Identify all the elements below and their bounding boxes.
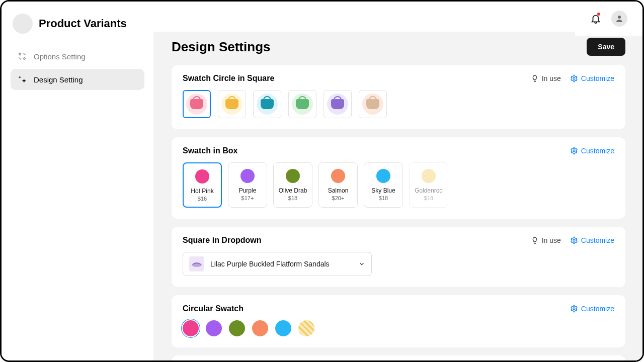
swatch-circle — [292, 94, 313, 115]
section-square-in-dropdown: Square in Dropdown In use Customize — [172, 227, 625, 287]
app-logo-row: Product Variants — [2, 2, 153, 43]
color-dot — [331, 169, 345, 183]
lightbulb-icon — [531, 236, 539, 244]
gear-icon — [570, 305, 578, 313]
color-dot — [195, 169, 209, 184]
swatch-price: $18 — [413, 195, 445, 201]
circular-swatch[interactable] — [229, 320, 245, 336]
section-circle-in-square: Swatch Circle in Square In use Customize — [172, 65, 625, 129]
variant-dropdown[interactable]: Lilac Purple Buckled Flatform Sandals — [183, 252, 372, 276]
sparkle-icon — [18, 75, 27, 84]
swatch-price: $17+ — [231, 195, 264, 201]
swatch-price: $18 — [277, 195, 309, 201]
user-avatar[interactable] — [611, 11, 627, 27]
chevron-down-icon — [358, 260, 365, 267]
swatch-box-row: Hot Pink $16 Purple $17+ Olive Drab $18 … — [183, 162, 614, 208]
svg-point-0 — [618, 16, 621, 19]
sidebar-nav: Options Setting Design Setting — [2, 46, 153, 90]
color-dot — [286, 169, 300, 183]
section-title: Square in Dropdown — [183, 236, 261, 245]
circular-swatch[interactable] — [206, 320, 222, 336]
circular-swatch[interactable] — [298, 320, 314, 336]
color-dot — [240, 169, 255, 183]
page-header: Design Settings Save — [172, 38, 625, 56]
bag-icon — [366, 99, 379, 109]
swatch-box[interactable]: Purple $17+ — [228, 162, 267, 208]
in-use-badge: In use — [531, 74, 561, 82]
dropdown-selected-text: Lilac Purple Buckled Flatform Sandals — [210, 260, 352, 268]
circular-swatch[interactable] — [183, 320, 199, 336]
swatch-name: Olive Drab — [277, 187, 309, 194]
bag-icon — [331, 99, 344, 109]
sidebar: Product Variants Options Setting Design … — [2, 2, 153, 360]
swatch-name: Hot Pink — [187, 188, 218, 195]
section-title: Swatch Circle in Square — [183, 74, 274, 83]
bag-icon — [190, 99, 203, 109]
gear-icon — [570, 147, 578, 155]
content: Design Settings Save Swatch Circle in Sq… — [153, 32, 642, 360]
app-title: Product Variants — [39, 17, 127, 30]
color-dot — [422, 169, 436, 183]
dropdown-thumbnail — [189, 256, 204, 272]
bag-icon — [261, 99, 274, 109]
section-square-swatch: Square Swatch In use Customize — [172, 355, 625, 360]
swatch-box[interactable]: Olive Drab $18 — [273, 162, 312, 208]
section-title: Circular Swatch — [183, 304, 244, 313]
swatch-name: Salmon — [322, 187, 354, 194]
swatch-price: $20+ — [322, 195, 354, 201]
swatch-circle — [186, 94, 207, 115]
swatch-square[interactable] — [218, 90, 246, 118]
swatch-price: $16 — [187, 196, 218, 202]
svg-point-5 — [573, 308, 575, 310]
section-circular-swatch: Circular Swatch Customize — [172, 295, 625, 347]
swatch-box[interactable]: Sky Blue $18 — [364, 162, 403, 208]
svg-point-1 — [573, 77, 575, 79]
swatch-circle — [362, 94, 383, 115]
circular-swatch[interactable] — [275, 320, 291, 336]
bag-icon — [225, 99, 238, 109]
circular-swatch-row — [183, 320, 614, 336]
swatch-circle — [221, 94, 243, 115]
lightbulb-icon — [531, 74, 539, 82]
section-title: Swatch in Box — [183, 146, 237, 155]
customize-button[interactable]: Customize — [570, 74, 614, 82]
sandal-icon — [191, 260, 202, 267]
swatch-box[interactable]: Salmon $20+ — [318, 162, 358, 208]
customize-button[interactable]: Customize — [570, 305, 614, 313]
notifications-button[interactable] — [590, 13, 601, 24]
color-dot — [376, 169, 390, 183]
person-icon — [615, 14, 624, 23]
swatch-square[interactable] — [359, 90, 387, 118]
swatch-circle — [327, 94, 348, 115]
sidebar-item-label: Design Setting — [34, 75, 83, 84]
sidebar-item-options[interactable]: Options Setting — [11, 46, 144, 67]
swatch-square[interactable] — [183, 90, 211, 118]
swatch-square[interactable] — [288, 90, 316, 118]
swatch-square[interactable] — [253, 90, 281, 118]
section-swatch-in-box: Swatch in Box Customize Hot Pink $16 Pur… — [172, 137, 625, 219]
svg-point-3 — [573, 239, 575, 241]
sidebar-item-design[interactable]: Design Setting — [11, 69, 144, 90]
svg-point-2 — [573, 150, 575, 152]
swatch-price: $18 — [367, 195, 399, 201]
in-use-badge: In use — [531, 236, 561, 244]
swatch-name: Purple — [231, 187, 264, 194]
customize-button[interactable]: Customize — [570, 147, 614, 155]
save-button[interactable]: Save — [587, 38, 625, 56]
swatch-square[interactable] — [324, 90, 352, 118]
customize-button[interactable]: Customize — [570, 236, 614, 244]
gear-icon — [570, 236, 578, 244]
notification-dot — [597, 13, 600, 16]
topbar — [575, 2, 642, 36]
main: Design Settings Save Swatch Circle in Sq… — [153, 2, 642, 360]
topbar-bg — [153, 2, 642, 32]
swatch-name: Goldenrod — [413, 187, 445, 194]
bag-icon — [296, 99, 309, 109]
sidebar-item-label: Options Setting — [34, 52, 86, 61]
swatch-box: Goldenrod $18 — [409, 162, 448, 208]
circular-swatch[interactable] — [252, 320, 268, 336]
swatch-box[interactable]: Hot Pink $16 — [183, 162, 222, 208]
swatch-circle — [257, 94, 278, 115]
page-title: Design Settings — [172, 39, 270, 55]
swatch-row — [183, 90, 614, 118]
